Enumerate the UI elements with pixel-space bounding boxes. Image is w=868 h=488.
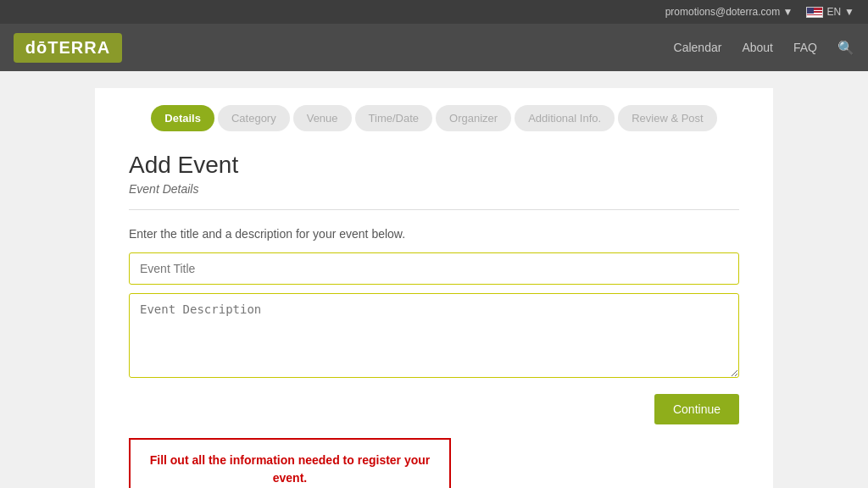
button-row: Continue	[129, 394, 739, 424]
title-divider	[129, 209, 739, 210]
warning-text: Fill out all the information needed to r…	[150, 453, 431, 485]
warning-box: Fill out all the information needed to r…	[129, 438, 451, 488]
page-title: Add Event	[129, 152, 739, 179]
step-organizer[interactable]: Organizer	[436, 105, 511, 131]
page-subtitle: Event Details	[129, 182, 739, 196]
step-reviewpost[interactable]: Review & Post	[618, 105, 717, 131]
continue-button[interactable]: Continue	[654, 394, 739, 424]
email-dropdown-arrow[interactable]: ▼	[783, 6, 793, 18]
steps-bar: Details Category Venue Time/Date Organiz…	[129, 105, 739, 131]
nav-bar: dōTERRA Calendar About FAQ 🔍	[0, 24, 868, 71]
email-display: promotions@doterra.com ▼	[665, 6, 793, 18]
step-venue[interactable]: Venue	[293, 105, 352, 131]
email-text: promotions@doterra.com	[665, 6, 781, 18]
language-selector[interactable]: EN ▼	[806, 6, 854, 18]
nav-faq[interactable]: FAQ	[793, 41, 817, 54]
step-additionalinfo[interactable]: Additional Info.	[515, 105, 615, 131]
logo-text: dōTERRA	[25, 38, 110, 57]
logo-area: dōTERRA	[0, 24, 136, 71]
nav-calendar[interactable]: Calendar	[674, 41, 722, 54]
lang-arrow: ▼	[844, 6, 854, 18]
search-icon[interactable]: 🔍	[837, 40, 854, 56]
logo-box: dōTERRA	[14, 33, 122, 63]
step-details[interactable]: Details	[151, 105, 214, 131]
event-description-input[interactable]	[129, 293, 739, 378]
flag-icon	[806, 7, 823, 18]
form-instruction: Enter the title and a description for yo…	[129, 227, 739, 241]
step-timedate[interactable]: Time/Date	[355, 105, 432, 131]
nav-links: Calendar About FAQ 🔍	[136, 40, 868, 56]
main-content: Details Category Venue Time/Date Organiz…	[95, 88, 773, 488]
step-category[interactable]: Category	[218, 105, 290, 131]
nav-about[interactable]: About	[742, 41, 773, 54]
lang-text: EN	[826, 6, 841, 18]
top-bar: promotions@doterra.com ▼ EN ▼	[0, 0, 868, 24]
event-title-input[interactable]	[129, 252, 739, 285]
